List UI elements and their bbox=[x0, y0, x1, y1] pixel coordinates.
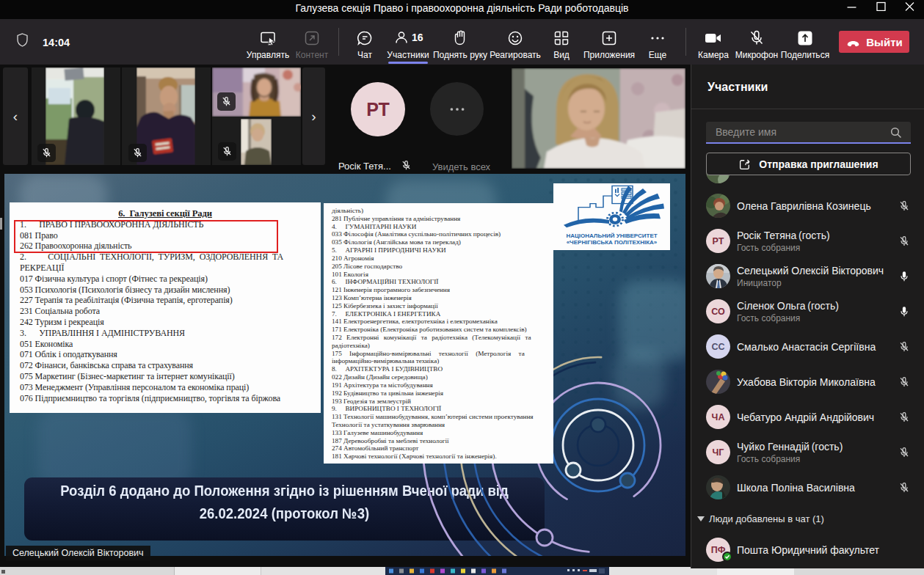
svg-text:16: 16 bbox=[412, 32, 423, 43]
